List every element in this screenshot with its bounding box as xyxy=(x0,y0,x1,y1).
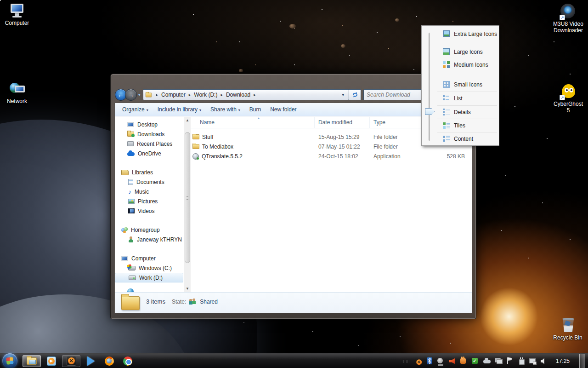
taskbar-app-chrome[interactable] xyxy=(120,355,136,367)
keyboard-tray-icon[interactable] xyxy=(403,357,410,365)
new-folder-button[interactable]: New folder xyxy=(266,104,300,115)
sidebar-scrollbar[interactable]: ▲ ▼ xyxy=(184,117,191,292)
drive-c-icon xyxy=(128,266,136,270)
menu-item-details[interactable]: Details xyxy=(437,106,498,118)
chevron-down-icon: ▾ xyxy=(199,108,201,112)
sidebar-item-downloads[interactable]: ↓ Downloads xyxy=(115,129,184,139)
show-desktop-button[interactable] xyxy=(579,354,585,368)
sidebar-item-recent-places[interactable]: Recent Places xyxy=(115,139,184,149)
usb-plug-tray-icon[interactable] xyxy=(518,357,525,365)
view-slider-track[interactable] xyxy=(429,33,430,141)
desktop-nav-icon xyxy=(127,122,134,127)
breadcrumb-item-computer[interactable]: Computer xyxy=(161,92,186,98)
taskbar-app-orange-x[interactable]: ✕ xyxy=(62,355,80,367)
sidebar-item-windows-c[interactable]: Windows (C:) xyxy=(115,263,184,273)
breadcrumb-item-download[interactable]: Download xyxy=(226,92,250,98)
cloud-tray-icon[interactable] xyxy=(483,357,491,365)
list-view-icon xyxy=(443,95,450,102)
sidebar-item-desktop[interactable]: Desktop xyxy=(115,120,184,129)
refresh-button[interactable] xyxy=(349,89,361,100)
details-pane: 3 items State: Shared xyxy=(115,292,472,313)
column-header-type[interactable]: Type xyxy=(370,117,426,128)
address-dropdown-arrow[interactable]: ▾ xyxy=(339,92,347,97)
menu-item-content[interactable]: Content xyxy=(437,133,498,144)
network-nav-icon[interactable] xyxy=(127,288,134,292)
desktop-icon-network[interactable]: Network xyxy=(0,81,34,104)
videos-icon xyxy=(128,208,135,213)
menu-item-large-icons[interactable]: Large Icons xyxy=(437,46,498,58)
taskbar-clock[interactable]: 17:25 xyxy=(552,358,575,364)
network-tray-icon[interactable] xyxy=(529,357,537,365)
desktop-icon-m3u8[interactable]: ↗ M3U8 Video Downloader xyxy=(551,4,585,34)
desktop-icon-recycle-bin[interactable]: Recycle Bin xyxy=(551,317,585,341)
large-icons-icon xyxy=(443,48,450,55)
selected-folder-icon xyxy=(121,296,140,310)
view-options-menu: Extra Large Icons Large Icons Medium Ico… xyxy=(421,25,499,146)
sidebar-item-work-d[interactable]: Work (D:) xyxy=(115,273,183,282)
dual-monitors-tray-icon[interactable] xyxy=(495,358,502,365)
sidebar-item-homegroup-user[interactable]: Janeway kTHRYN xyxy=(115,235,184,244)
desktop-icon-computer[interactable]: Computer xyxy=(0,3,34,26)
action-center-flag-icon[interactable] xyxy=(506,357,514,365)
folder-icon xyxy=(192,144,199,149)
taskbar-app-blue-play[interactable] xyxy=(83,355,99,367)
sidebar-item-pictures[interactable]: Pictures xyxy=(115,196,184,206)
sidebar-item-videos[interactable]: Videos xyxy=(115,206,184,216)
details-view-icon xyxy=(443,109,450,115)
refresh-icon xyxy=(352,92,358,98)
navigation-pane: Desktop ↓ Downloads Recent Places OneDri… xyxy=(115,117,184,292)
column-header-date[interactable]: Date modified xyxy=(315,117,370,128)
sidebar-item-onedrive[interactable]: OneDrive xyxy=(115,149,184,158)
desktop-icon-cyberghost[interactable]: ↗ CyberGhost 5 xyxy=(551,84,585,114)
system-tray: ✕ ✓ 17:25 xyxy=(403,354,588,368)
breadcrumb[interactable]: ▸ Computer ▸ Work (D:) ▸ Download ▸ ▾ xyxy=(143,89,349,100)
burn-button[interactable]: Burn xyxy=(246,104,265,115)
scrollbar-thumb[interactable] xyxy=(185,132,190,263)
asteroid xyxy=(341,44,345,48)
taskbar-app-media-player[interactable]: ▶ xyxy=(44,355,59,367)
volume-tray-icon[interactable] xyxy=(541,357,548,365)
music-note-icon: ♪ xyxy=(128,189,131,195)
taskbar-app-explorer[interactable] xyxy=(23,355,41,367)
breadcrumb-separator: ▸ xyxy=(189,92,191,97)
taskbar: ▶ ✕ ✕ ✓ 17:25 xyxy=(0,353,588,368)
webcam-tray-icon[interactable] xyxy=(437,357,445,365)
menu-item-list[interactable]: List xyxy=(437,92,498,104)
green-check-tray-icon[interactable]: ✓ xyxy=(472,357,479,365)
scroll-up-arrow[interactable]: ▲ xyxy=(184,117,191,124)
sidebar-item-documents[interactable]: Documents xyxy=(115,177,184,187)
share-with-button[interactable]: Share with▾ xyxy=(207,104,244,115)
column-header-name[interactable]: Name xyxy=(191,117,315,128)
breadcrumb-separator: ▸ xyxy=(156,92,158,97)
hand-pointer-tray-icon[interactable] xyxy=(460,357,468,365)
recent-pages-dropdown[interactable]: ▾ xyxy=(138,92,141,97)
menu-item-medium-icons[interactable]: Medium Icons xyxy=(437,59,498,70)
menu-item-tiles[interactable]: Tiles xyxy=(437,120,498,131)
forward-button[interactable]: → xyxy=(125,89,137,101)
user-icon xyxy=(128,236,134,242)
item-count: 3 items xyxy=(146,298,165,305)
menu-item-small-icons[interactable]: Small Icons xyxy=(437,79,498,90)
include-in-library-button[interactable]: Include in library▾ xyxy=(154,104,205,115)
sidebar-item-music[interactable]: ♪ Music xyxy=(115,187,184,196)
downloads-icon: ↓ xyxy=(127,132,134,137)
recycle-bin-icon xyxy=(560,317,576,333)
sidebar-section-computer[interactable]: Computer xyxy=(115,253,184,263)
organize-button[interactable]: Organize▾ xyxy=(119,104,152,115)
red-speaker-tray-icon[interactable] xyxy=(449,357,456,365)
scroll-down-arrow[interactable]: ▼ xyxy=(184,285,191,292)
menu-item-extra-large-icons[interactable]: Extra Large Icons xyxy=(437,28,498,40)
orange-x-tray-icon[interactable]: ✕ xyxy=(415,358,421,364)
file-row-qtranslate[interactable]: QTranslate.5.5.2 24-Oct-15 18:02 Applica… xyxy=(191,151,472,161)
breadcrumb-item-work-d[interactable]: Work (D:) xyxy=(194,92,217,98)
explorer-client-area: Organize▾ Include in library▾ Share with… xyxy=(114,103,472,313)
bluetooth-tray-icon[interactable] xyxy=(426,357,433,365)
start-button[interactable] xyxy=(2,353,17,368)
desktop-icon-label: Computer xyxy=(0,20,34,26)
sidebar-section-homegroup[interactable]: Homegroup xyxy=(115,225,184,235)
view-slider-thumb[interactable] xyxy=(425,108,435,115)
network-icon xyxy=(9,81,25,97)
sidebar-section-libraries[interactable]: Libraries xyxy=(115,167,184,177)
taskbar-app-firefox[interactable] xyxy=(102,355,117,367)
scrollbar-track[interactable] xyxy=(184,124,191,285)
